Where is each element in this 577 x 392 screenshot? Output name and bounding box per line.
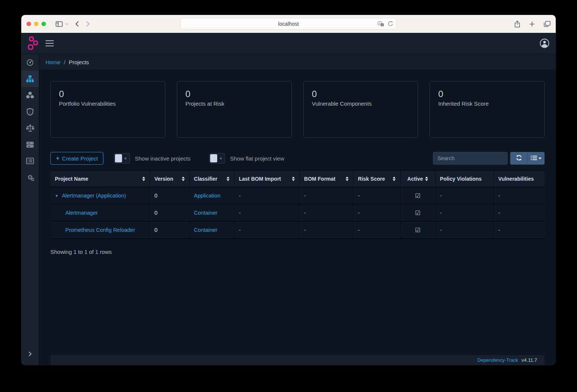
create-project-button[interactable]: + Create Project [50,152,103,165]
user-avatar-icon[interactable] [540,38,549,48]
stat-value: 0 [438,89,536,99]
sidebar-item-components[interactable] [21,87,39,103]
toggle-knob [210,154,217,162]
minimize-window-button[interactable] [34,22,38,26]
projects-toolbar: + Create Project Show inactive projects [50,152,545,165]
sidebar-item-vulnerabilities[interactable] [21,103,39,120]
toggle-knob [115,154,122,162]
breadcrumb-separator: / [64,59,65,65]
show-flat-project-view-label: Show flat project view [230,155,284,162]
expand-caret-icon[interactable] [55,194,59,198]
column-header-risk-score[interactable]: Risk Score [353,170,400,187]
sidebar-item-policy-management[interactable] [21,120,39,136]
browser-window: localhost Az [21,15,556,365]
sort-icon [292,177,295,181]
stat-label: Vulnerable Components [312,100,410,107]
search-input[interactable] [433,152,508,165]
table-header-row: Project Name Version Classifier Last BOM… [50,170,545,187]
chevron-right-icon [28,351,32,358]
active-checkbox-icon [415,227,420,233]
breadcrumb-current: Projects [69,59,89,65]
project-name-link[interactable]: Prometheus Config Reloader [65,227,135,233]
projects-sitemap-icon [26,75,34,83]
projects-table: Project Name Version Classifier Last BOM… [50,170,545,239]
classifier-link[interactable]: Container [194,227,218,233]
vulnerabilities-cell: - [494,187,545,204]
stat-card-vulnerable-components: 0 Vulnerable Components [303,81,418,138]
column-header-active[interactable]: Active [400,170,435,187]
sidebar-item-policy-violations[interactable] [21,153,39,169]
sort-icon [142,177,145,181]
sidebar-collapse-button[interactable] [21,349,39,361]
column-header-classifier[interactable]: Classifier [189,170,234,187]
sidebar-item-vulnerability-audit[interactable] [21,136,39,153]
classifier-link[interactable]: Container [194,210,218,216]
last-bom-import-cell: - [234,204,300,221]
tab-overview-icon[interactable] [544,21,551,27]
share-icon[interactable] [514,21,520,28]
app-header [21,33,556,54]
column-header-last-bom-import[interactable]: Last BOM Import [234,170,300,187]
dashboard-gauge-icon [26,59,34,66]
stat-cards: 0 Portfolio Vulnerabilities 0 Projects a… [50,81,545,138]
stat-card-inherited-risk-score: 0 Inherited Risk Score [430,81,545,138]
show-flat-project-view-toggle[interactable] [209,153,225,164]
version-cell: 0 [150,221,189,239]
refresh-icon [516,155,522,162]
show-inactive-projects-label: Show inactive projects [135,155,190,162]
reload-icon[interactable] [388,21,393,27]
administration-gears-icon: ⚙⚙ [27,174,33,181]
forward-button[interactable] [86,21,90,27]
new-tab-icon[interactable] [529,21,535,27]
bom-format-cell: - [299,187,353,204]
risk-score-cell: - [353,204,400,221]
columns-dropdown-button[interactable] [527,152,545,165]
app-version: v4.11.7 [521,357,537,363]
table-row: Prometheus Config Reloader 0 Container -… [50,221,545,239]
policy-violations-cell: - [435,204,493,221]
svg-text:A: A [379,22,381,25]
chevron-down-icon[interactable] [65,23,69,25]
project-name-link[interactable]: Alertmanager [65,210,98,216]
stat-label: Projects at Risk [185,100,283,107]
plus-icon: + [56,155,59,162]
vulnerabilities-cell: - [494,204,545,221]
caret-down-icon [539,158,542,159]
sidebar-item-dashboard[interactable] [21,54,39,71]
columns-list-icon [531,155,537,162]
active-checkbox-icon [415,210,420,216]
dependency-track-logo-icon[interactable] [28,36,39,50]
column-header-version[interactable]: Version [150,170,189,187]
sidebar-toggle-icon[interactable] [56,21,63,27]
stat-value: 0 [59,89,157,99]
classifier-link[interactable]: Application [194,193,221,199]
column-header-vulnerabilities[interactable]: Vulnerabilities [494,170,545,187]
column-header-project-name[interactable]: Project Name [50,170,150,187]
zoom-window-button[interactable] [41,22,46,26]
url-bar[interactable]: localhost Az [180,18,397,29]
refresh-button[interactable] [510,152,527,165]
hamburger-menu-icon[interactable] [46,40,54,46]
sort-icon [393,177,396,181]
column-header-policy-violations[interactable]: Policy Violations [435,170,493,187]
dependency-track-footer-link[interactable]: Dependency-Track [477,357,518,363]
breadcrumb-home-link[interactable]: Home [46,59,60,65]
column-header-bom-format[interactable]: BOM Format [299,170,353,187]
project-name-link[interactable]: Alertmanager (Application) [62,193,126,199]
bom-format-cell: - [299,204,353,221]
url-text: localhost [278,21,299,27]
version-cell: 0 [150,204,189,221]
policy-violations-cell: - [435,187,493,204]
sidebar-item-projects[interactable] [21,71,39,87]
table-row: Alertmanager (Application) 0 Application… [50,187,545,204]
version-cell: 0 [150,187,189,204]
sidebar-item-administration[interactable]: ⚙⚙ [21,169,39,186]
app-footer: Dependency-Track v4.11.7 [50,355,545,365]
show-inactive-projects-toggle[interactable] [114,153,130,164]
risk-score-cell: - [353,187,400,204]
svg-text:z: z [381,24,383,26]
back-button[interactable] [75,21,79,27]
translate-icon[interactable]: Az [378,21,384,27]
toggle-off-x-icon [122,156,129,161]
close-window-button[interactable] [26,22,31,26]
